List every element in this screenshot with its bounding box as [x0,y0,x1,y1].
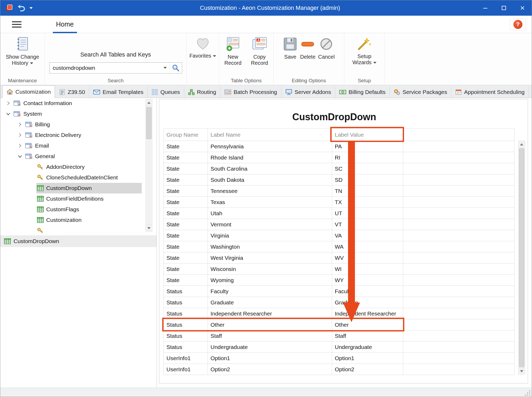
tab-routing[interactable]: Routing [184,87,220,98]
tree-item-addondirectory[interactable]: AddonDirectory [0,162,157,172]
tree-scrollbar[interactable] [145,99,152,232]
tab-billing-defaults[interactable]: Billing Defaults [335,87,390,98]
delete-icon [300,36,315,52]
cell-filler [403,141,514,152]
grid-row[interactable]: StateUtahUT [164,208,514,219]
tree-item-clonescheduleddateinclient[interactable]: CloneScheduledDateInClient [0,172,157,183]
cancel-button[interactable]: Cancel [318,35,334,60]
copy-record-button[interactable]: A Copy Record [247,35,272,66]
cell-label-name: Wyoming [208,275,332,286]
cell-label-value: WY [332,275,403,286]
cell-filler [403,330,514,341]
scroll-down-icon[interactable] [518,368,525,374]
scroll-up-icon[interactable] [146,99,152,106]
expand-icon[interactable] [15,133,25,137]
svg-text:A: A [18,103,20,106]
tab-service-packages[interactable]: Service Packages [390,87,451,98]
maximize-button[interactable] [495,0,513,16]
grid-scrollbar[interactable] [518,141,525,375]
grid-row[interactable]: StateSouth CarolinaSC [164,163,514,174]
tree-item-label: CloneScheduledDateInClient [46,174,118,181]
tab-z39-50[interactable]: Z39.50 [55,87,89,98]
delete-button[interactable]: Delete [300,35,315,60]
tree-item-electronic-delivery[interactable]: AElectronic Delivery [0,130,157,140]
grid-row[interactable]: UserInfo1Option2Option2 [164,364,514,375]
grid-row[interactable]: UserInfo1Option1Option1 [164,353,514,364]
tab-queues[interactable]: Queues [148,87,184,98]
column-header-label-name[interactable]: Label Name [208,129,332,141]
tree-item-customization[interactable]: Customization [0,215,157,225]
minimize-button[interactable] [476,0,495,16]
tree-item-general[interactable]: AGeneral [0,151,157,162]
tree-item-customfielddefinitions[interactable]: CustomFieldDefinitions [0,193,157,204]
expand-icon[interactable] [3,101,13,106]
tab-appointment-scheduling[interactable]: Appointment Scheduling [451,87,529,98]
collapse-icon[interactable] [15,154,25,159]
tab-server-addons[interactable]: Server Addons [281,87,336,98]
form-icon: A [14,111,21,117]
grid-row[interactable]: StateWisconsinWI [164,264,514,275]
favorites-button[interactable]: Favorites [189,35,216,59]
close-button[interactable] [513,0,532,16]
resize-grip-icon[interactable] [524,390,530,396]
help-button[interactable]: ? [510,19,526,30]
email-icon [93,89,100,95]
grid-row[interactable]: StateWest VirginiaWV [164,252,514,264]
show-change-history-button[interactable]: Show Change History [3,35,42,66]
tree-item-customflags[interactable]: CustomFlags [0,204,157,215]
column-header-group-name[interactable]: Group Name [164,129,208,141]
grid-row[interactable]: StateTexasTX [164,197,514,208]
setup-wizards-button[interactable]: Setup Wizards [349,35,380,66]
search-button[interactable] [170,63,182,73]
cell-label-value: Faculty [332,286,403,297]
tab-customization[interactable]: Customization [2,85,55,98]
cell-group-name: Status [164,297,208,308]
grid-row[interactable]: StatusFacultyFaculty [164,286,514,297]
grid-row[interactable]: StatusGraduateGraduate [164,297,514,308]
grid-row[interactable]: StateSouth DakotaSD [164,174,514,185]
scroll-up-icon[interactable] [518,141,525,148]
grid-row[interactable]: StateTennesseeTN [164,185,514,197]
attention-arrow [348,142,355,303]
grid-row[interactable]: StateWyomingWY [164,275,514,286]
tab-email-templates[interactable]: Email Templates [89,87,148,98]
tree-item-billing[interactable]: ABilling [0,119,157,130]
grid-scrollbar-thumb[interactable] [519,148,524,367]
form-icon: A [25,153,33,159]
cell-group-name: UserInfo1 [164,353,208,364]
save-button[interactable]: Save [283,35,297,60]
grid-row[interactable]: StatusUndergraduateUndergraduate [164,342,514,353]
quick-access-dropdown-icon[interactable] [29,7,33,9]
expand-icon[interactable] [15,122,25,127]
undo-icon[interactable] [17,4,26,12]
grid-row[interactable]: StatusOtherOther [164,319,514,330]
new-record-button[interactable]: New Record [221,35,245,66]
grid-row[interactable]: StatusStaffStaff [164,330,514,342]
tree-scrollbar-thumb[interactable] [146,107,152,139]
tab-batch-processing[interactable]: Batch Processing [220,87,281,98]
record-list-item[interactable]: CustomDropDown [0,235,157,247]
tree-item-item[interactable] [0,225,157,234]
menu-icon[interactable] [12,20,22,29]
tree-item-customdropdown[interactable]: CustomDropDown [0,183,157,193]
grid-row[interactable]: StatusIndependent ResearcherIndependent … [164,308,514,319]
tree-item-contact-information[interactable]: AContact Information [0,98,157,109]
expand-icon[interactable] [15,143,25,148]
grid-row[interactable]: StateVirginiaVA [164,230,514,241]
cell-filler [403,252,514,263]
grid-row[interactable]: StateRhode IslandRI [164,152,514,163]
column-header-label-value[interactable]: Label Value [332,129,403,141]
scroll-down-icon[interactable] [146,225,152,231]
collapse-icon[interactable] [3,111,13,116]
tree-item-system[interactable]: ASystem [0,109,157,119]
column-header-filler [403,129,514,141]
grid-row[interactable]: StatePennsylvaniaPA [164,141,514,152]
combo-dropdown-icon[interactable] [161,63,170,73]
ribbon-tab-home[interactable]: Home [49,16,81,33]
grid-row[interactable]: StateWashingtonWA [164,241,514,252]
cell-label-name: Wisconsin [208,264,332,274]
search-input[interactable] [50,65,161,71]
calendar-icon [455,89,462,95]
tree-item-email[interactable]: AEmail [0,140,157,151]
grid-row[interactable]: StateVermontVT [164,219,514,230]
